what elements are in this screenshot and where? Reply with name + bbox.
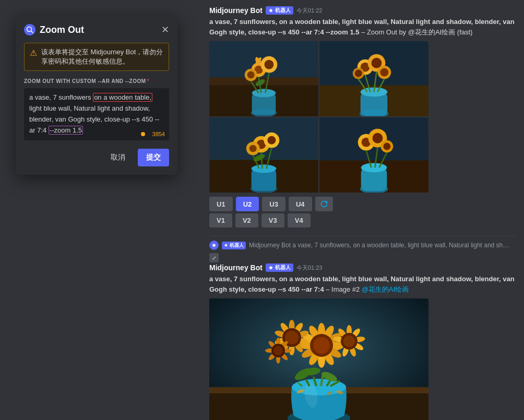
v2-button[interactable]: V2 <box>235 213 258 227</box>
svg-point-13 <box>247 71 255 79</box>
modal-title-group: Zoom Out <box>24 24 84 35</box>
message2-preview: Midjourney Bot a vase, 7 sunflowers, on … <box>249 242 510 249</box>
button-row-2: V1 V2 V3 V4 <box>209 213 516 227</box>
message2-header: Midjourney Bot 机器人 今天01:23 <box>209 263 516 272</box>
v1-button[interactable]: V1 <box>209 213 232 227</box>
svg-line-1 <box>31 31 33 33</box>
prompt-textarea-wrapper: a vase, 7 sunflowers on a wooden table, … <box>24 88 169 140</box>
badge-2: 机器人 <box>266 263 293 272</box>
svg-point-96 <box>313 337 330 354</box>
image-grid-2x2[interactable] <box>209 41 428 193</box>
svg-point-119 <box>343 335 355 347</box>
u4-button[interactable]: U4 <box>289 197 312 211</box>
svg-point-61 <box>373 133 383 143</box>
svg-point-129 <box>273 346 283 355</box>
modal-buttons: 取消 提交 <box>24 149 169 166</box>
bot-name-1: Midjourney Bot <box>209 6 263 15</box>
image-cell-3[interactable] <box>209 117 318 193</box>
right-panel: Midjourney Bot 机器人 今天01:22 a vase, 7 sun… <box>201 0 524 420</box>
refresh-button[interactable] <box>315 197 333 211</box>
dot-indicator <box>141 132 145 136</box>
section-label: ZOOM OUT WITH CUSTOM --AR AND --ZOOM* <box>24 78 169 84</box>
image-cell-1[interactable] <box>209 41 318 116</box>
image-cell-2[interactable] <box>319 41 428 116</box>
message1-content: a vase, 7 sunflowers, on a wooden table,… <box>209 17 516 37</box>
warning-icon: ⚠ <box>30 48 37 58</box>
svg-point-7 <box>252 89 276 97</box>
u1-button[interactable]: U1 <box>209 197 233 211</box>
v4-button[interactable]: V4 <box>288 213 311 227</box>
modal-header: Zoom Out ✕ <box>24 24 169 35</box>
bot-name-2: Midjourney Bot <box>209 263 263 272</box>
highlight-red: on a wooden table, <box>93 93 152 102</box>
close-icon[interactable]: ✕ <box>161 25 169 34</box>
svg-point-33 <box>355 70 362 77</box>
single-image[interactable] <box>209 298 428 420</box>
svg-point-11 <box>264 60 273 69</box>
left-panel: Zoom Out ✕ ⚠ 该表单将提交至 Midjourney Bot，请勿分享… <box>0 0 201 420</box>
divider-line <box>209 236 516 236</box>
expand-icon[interactable]: ⤢ <box>209 253 219 262</box>
submit-button[interactable]: 提交 <box>138 149 169 166</box>
timestamp-1: 今天01:22 <box>296 7 323 15</box>
u3-button[interactable]: U3 <box>262 197 285 211</box>
prompt-display: a vase, 7 sunflowers on a wooden table, … <box>29 92 164 136</box>
svg-point-29 <box>372 58 382 68</box>
badge-1: 机器人 <box>266 6 293 15</box>
inline-badge: 机器人 <box>222 242 246 249</box>
v3-button[interactable]: V3 <box>261 213 284 227</box>
cancel-button[interactable]: 取消 <box>102 149 134 166</box>
svg-point-46 <box>267 136 276 145</box>
message2-inline-header: 机器人 Midjourney Bot a vase, 7 sunflowers,… <box>209 241 516 262</box>
message-block-2: 机器人 Midjourney Bot a vase, 7 sunflowers,… <box>209 241 516 420</box>
svg-point-63 <box>383 143 390 150</box>
highlight-purple: --zoom 1.5 <box>49 126 83 135</box>
button-row-1: U1 U2 U3 U4 <box>209 197 516 211</box>
message-block-1: Midjourney Bot 机器人 今天01:22 a vase, 7 sun… <box>209 6 516 227</box>
message2-content: a vase, 7 sunflowers, on a wooden table,… <box>209 274 516 294</box>
message1-header: Midjourney Bot 机器人 今天01:22 <box>209 6 516 15</box>
modal-title: Zoom Out <box>40 25 84 35</box>
svg-point-57 <box>361 163 387 172</box>
warning-text: 该表单将提交至 Midjourney Bot，请勿分享密码和其他任何敏感信息。 <box>41 47 163 66</box>
link-text[interactable]: @花生的AI绘画 <box>362 285 409 293</box>
svg-point-48 <box>249 145 257 152</box>
char-count: 3854 <box>152 131 165 137</box>
modal-icon <box>24 24 35 35</box>
timestamp-2: 今天01:23 <box>296 264 323 272</box>
svg-point-31 <box>380 68 388 77</box>
svg-point-42 <box>252 164 277 173</box>
image-cell-4[interactable] <box>319 117 428 193</box>
u2-button[interactable]: U2 <box>236 197 259 211</box>
warning-box: ⚠ 该表单将提交至 Midjourney Bot，请勿分享密码和其他任何敏感信息… <box>24 43 169 71</box>
zoom-out-modal: Zoom Out ✕ ⚠ 该表单将提交至 Midjourney Bot，请勿分享… <box>16 16 177 175</box>
avatar-small <box>209 241 219 250</box>
